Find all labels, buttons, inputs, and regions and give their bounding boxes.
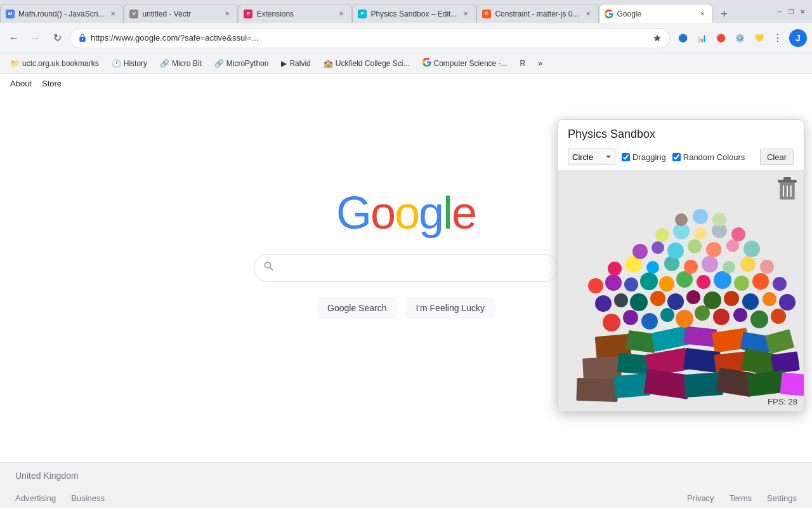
search-input[interactable]	[254, 254, 558, 282]
ext-icon-2[interactable]: 📊	[693, 29, 710, 47]
tab-google[interactable]: Google ✕	[599, 4, 713, 23]
tab-extensions[interactable]: E Extensions ✕	[238, 4, 352, 23]
tab-favicon-physics: P	[358, 10, 367, 18]
tab-close-constraint[interactable]: ✕	[583, 9, 593, 19]
logo-o1: o	[370, 187, 395, 238]
logo-e: e	[452, 187, 476, 238]
svg-point-72	[688, 239, 702, 253]
svg-point-51	[624, 277, 638, 291]
bookmark-ralvid[interactable]: ▶ Ralvid	[276, 56, 315, 71]
tab-constraint[interactable]: C Constraint - matter-js 0... ✕	[476, 4, 598, 23]
svg-point-32	[676, 310, 693, 328]
tab-close-vectr[interactable]: ✕	[222, 9, 232, 19]
logo-l: l	[443, 187, 452, 238]
logo-g2: g	[419, 187, 443, 238]
dragging-checkbox-label[interactable]: Dragging	[622, 152, 666, 162]
tab-favicon-ext: E	[244, 10, 252, 18]
bookmarks-bar: 📁 uctc.org.uk bookmarks 🕐 History 🔗 Micr…	[0, 53, 812, 74]
close-button[interactable]: ✕	[798, 7, 807, 16]
bookmark-cs-label: Computer Science -...	[434, 59, 508, 68]
restore-button[interactable]: ❒	[787, 7, 796, 16]
more-tools-button[interactable]: ⋮	[769, 29, 787, 47]
svg-point-44	[704, 291, 721, 309]
tab-title-vectr: untitled - Vectr	[142, 10, 218, 18]
footer-advertising[interactable]: Advertising	[15, 493, 56, 503]
footer-terms[interactable]: Terms	[730, 493, 752, 503]
star-icon[interactable]	[653, 34, 662, 43]
ext-icon-5[interactable]: 💛	[750, 29, 768, 47]
minimize-button[interactable]: ─	[775, 7, 784, 16]
svg-point-78	[694, 227, 707, 240]
bookmark-uckfield-icon: 🏫	[324, 59, 333, 68]
ext-icon-1[interactable]: 🔵	[674, 29, 691, 47]
svg-point-49	[588, 278, 603, 293]
svg-point-68	[760, 260, 774, 274]
footer-settings[interactable]: Settings	[767, 493, 797, 503]
svg-point-75	[743, 241, 760, 257]
bookmark-cs-icon	[422, 58, 431, 69]
tab-title-google: Google	[617, 10, 693, 18]
trash-icon[interactable]	[775, 175, 800, 203]
bookmark-uckfield[interactable]: 🏫 Uckfield College Sci...	[318, 56, 415, 71]
shape-select[interactable]: Circle Box Triangle	[568, 149, 615, 165]
svg-point-31	[660, 308, 674, 322]
svg-point-34	[713, 309, 730, 325]
svg-point-74	[726, 239, 739, 252]
svg-point-38	[595, 295, 612, 312]
physics-controls: Circle Box Triangle Dragging Random Colo…	[558, 146, 804, 170]
fps-counter: FPS: 28	[768, 397, 797, 406]
back-button[interactable]: ←	[5, 29, 23, 47]
svg-rect-21	[576, 378, 618, 402]
bookmark-uctc[interactable]: 📁 uctc.org.uk bookmarks	[5, 56, 104, 71]
new-tab-button[interactable]: +	[716, 5, 733, 23]
tab-title-constraint: Constraint - matter-js 0...	[495, 10, 579, 18]
tab-close-ext[interactable]: ✕	[336, 9, 346, 19]
random-colours-checkbox-label[interactable]: Random Colours	[672, 152, 745, 162]
tab-close-google[interactable]: ✕	[697, 9, 707, 19]
footer-right-links: Privacy Terms Settings	[687, 493, 797, 503]
ext-icon-4[interactable]: ⚙️	[731, 29, 749, 47]
forward-button[interactable]: →	[27, 29, 44, 47]
footer-location: United Kingdom	[0, 463, 812, 488]
dragging-checkbox[interactable]	[622, 153, 630, 161]
window-controls: ─ ❒ ✕	[770, 0, 812, 23]
google-logo: Google	[336, 187, 476, 239]
menu-about[interactable]: About	[10, 79, 32, 88]
bookmark-history[interactable]: 🕐 History	[107, 56, 152, 71]
tab-physics[interactable]: P Physics Sandbox – Edit... ✕	[352, 4, 476, 23]
bookmark-uckfield-label: Uckfield College Sci...	[336, 59, 410, 68]
tab-close-physics[interactable]: ✕	[461, 9, 471, 19]
svg-rect-2	[783, 177, 791, 180]
footer-business[interactable]: Business	[71, 493, 105, 503]
tab-vectr[interactable]: V untitled - Vectr ✕	[124, 4, 238, 23]
svg-point-73	[706, 242, 721, 257]
footer-privacy[interactable]: Privacy	[687, 493, 714, 503]
search-buttons: Google Search I'm Feeling Lucky	[317, 297, 495, 319]
menu-store[interactable]: Store	[42, 79, 62, 88]
bookmark-r[interactable]: R	[515, 56, 531, 71]
google-search-button[interactable]: Google Search	[317, 297, 397, 319]
lucky-button[interactable]: I'm Feeling Lucky	[405, 297, 495, 319]
bookmark-micropython[interactable]: 🔗 MicroPython	[209, 56, 274, 71]
refresh-button[interactable]: ↻	[48, 29, 66, 47]
svg-point-83	[712, 213, 726, 227]
svg-point-71	[667, 243, 684, 259]
svg-point-67	[740, 257, 756, 272]
url-bar[interactable]: https://www.google.com/?safe=active&ssui…	[70, 28, 670, 48]
ext-icon-3[interactable]: 🔴	[712, 29, 730, 47]
profile-avatar[interactable]: J	[789, 29, 807, 47]
svg-point-52	[640, 272, 658, 290]
clear-button[interactable]: Clear	[760, 149, 794, 165]
url-text: https://www.google.com/?safe=active&ssui…	[91, 33, 649, 43]
svg-point-36	[750, 311, 768, 328]
bookmark-microbit[interactable]: 🔗 Micro Bit	[155, 56, 207, 71]
bookmark-more[interactable]: »	[533, 56, 547, 71]
bookmark-cs[interactable]: Computer Science -...	[417, 56, 513, 71]
svg-point-35	[733, 308, 747, 322]
bookmark-uctc-label: uctc.org.uk bookmarks	[22, 59, 99, 68]
tab-math-round[interactable]: M Math.round() - JavaScri... ✕	[0, 4, 124, 23]
random-colours-checkbox[interactable]	[672, 153, 681, 161]
tab-close-math[interactable]: ✕	[108, 9, 118, 19]
physics-canvas[interactable]: FPS: 28	[558, 170, 804, 411]
address-bar: ← → ↻ https://www.google.com/?safe=activ…	[0, 23, 812, 53]
